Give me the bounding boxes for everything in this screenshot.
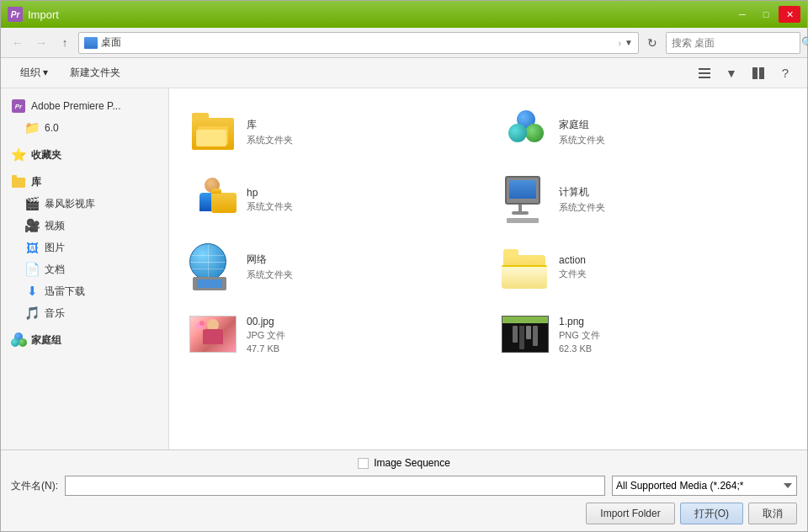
forward-button[interactable]: → (31, 33, 51, 53)
bottom-bar: Image Sequence 文件名(N): All Supported Med… (1, 450, 807, 531)
filename-row: 文件名(N): All Supported Media (*.264;* (11, 476, 797, 496)
address-separator: › (618, 38, 621, 48)
up-button[interactable]: ↑ (55, 33, 75, 53)
cancel-button[interactable]: 取消 (748, 503, 797, 524)
open-button[interactable]: 打开(O) (680, 503, 743, 524)
image-sequence-label: Image Sequence (374, 457, 450, 469)
filename-input[interactable] (65, 476, 605, 496)
svg-rect-10 (196, 130, 226, 146)
file-type-action: 文件夹 (559, 268, 587, 280)
library-file-icon (189, 109, 237, 156)
file-name-hp: hp (247, 187, 293, 199)
sidebar-music-label: 音乐 (45, 306, 65, 321)
file-info-00jpg: 00.jpg JPG 文件 47.7 KB (247, 316, 285, 354)
image-sequence-checkbox[interactable] (358, 458, 369, 469)
search-icon: 🔍 (801, 36, 808, 49)
file-name-homegroup: 家庭组 (559, 118, 605, 132)
jpg-file-icon (189, 311, 237, 358)
file-name-computer: 计算机 (559, 185, 605, 200)
file-type-00jpg: JPG 文件 (247, 329, 285, 342)
network-file-icon (189, 243, 237, 290)
button-row: Import Folder 打开(O) 取消 (11, 503, 797, 524)
filetype-select[interactable]: All Supported Media (*.264;* (612, 476, 797, 496)
svg-rect-5 (12, 178, 25, 188)
address-bar[interactable]: 桌面 › ▼ (78, 32, 639, 54)
svg-rect-1 (699, 72, 710, 74)
svg-rect-3 (752, 67, 758, 79)
file-item-hp[interactable]: hp 系统文件夹 (183, 169, 481, 230)
view-dropdown-button[interactable]: ▼ (720, 62, 743, 84)
file-type-network: 系统文件夹 (247, 269, 293, 281)
sidebar-homegroup-label: 家庭组 (31, 333, 61, 348)
view-pane-button[interactable] (747, 62, 770, 84)
sidebar-library-label: 库 (31, 175, 41, 189)
file-item-network[interactable]: 网络 系统文件夹 (183, 237, 481, 297)
file-info-network: 网络 系统文件夹 (247, 253, 293, 281)
app-icon: Pr (8, 7, 23, 22)
sidebar-item-favorites[interactable]: ⭐ 收藏夹 (1, 144, 168, 166)
toolbar: 组织 ▾ 新建文件夹 ▼ ? (1, 58, 807, 88)
search-input[interactable] (672, 37, 798, 49)
file-size-1png: 62.3 KB (559, 343, 600, 354)
svg-rect-6 (12, 175, 17, 178)
sidebar-item-library-header[interactable]: 库 (1, 171, 168, 193)
sidebar-item-picture[interactable]: 🖼 图片 (1, 237, 168, 258)
sidebar-item-60[interactable]: 📁 6.0 (1, 117, 168, 139)
view-details-button[interactable] (693, 62, 716, 84)
file-name-library: 库 (247, 118, 293, 132)
picture-icon: 🖼 (24, 240, 40, 255)
nav-bar: ← → ↑ 桌面 › ▼ ↻ 🔍 (1, 28, 807, 58)
sidebar-favorites-label: 收藏夹 (31, 148, 61, 162)
toolbar-right: ▼ ? (693, 62, 797, 84)
file-type-computer: 系统文件夹 (559, 201, 605, 214)
import-folder-button[interactable]: Import Folder (586, 503, 674, 524)
minimize-button[interactable]: ─ (731, 6, 753, 23)
refresh-button[interactable]: ↻ (642, 33, 662, 53)
address-folder-icon (84, 37, 98, 49)
sidebar-premiere-label: Adobe Premiere P... (31, 100, 121, 112)
file-item-computer[interactable]: 计算机 系统文件夹 (495, 169, 794, 230)
file-item-1png[interactable]: 1.png PNG 文件 62.3 KB (495, 304, 794, 364)
window-title: Import (28, 8, 59, 21)
library-header-icon (11, 174, 26, 189)
svg-rect-4 (759, 67, 764, 79)
svg-rect-2 (699, 77, 710, 78)
help-button[interactable]: ? (773, 62, 797, 84)
homegroup-file-icon (502, 109, 549, 156)
window-controls: ─ □ ✕ (731, 6, 800, 23)
file-info-1png: 1.png PNG 文件 62.3 KB (559, 316, 600, 354)
new-folder-button[interactable]: 新建文件夹 (61, 62, 130, 84)
back-button[interactable]: ← (8, 33, 28, 53)
document-icon: 📄 (24, 262, 40, 277)
file-grid: 库 系统文件夹 家庭组 系统文件夹 (183, 102, 794, 364)
close-button[interactable]: ✕ (779, 6, 800, 23)
sidebar: Pr Adobe Premiere P... 📁 6.0 ⭐ 收藏夹 (1, 88, 169, 450)
file-name-00jpg: 00.jpg (247, 316, 285, 327)
organize-button[interactable]: 组织 ▾ (11, 62, 57, 84)
address-dropdown-icon[interactable]: ▼ (625, 38, 633, 47)
file-type-homegroup: 系统文件夹 (559, 134, 605, 146)
image-sequence-row: Image Sequence (11, 457, 797, 469)
storm-video-icon: 🎬 (24, 196, 40, 211)
file-info-hp: hp 系统文件夹 (247, 187, 293, 213)
sidebar-storm-label: 暴风影视库 (45, 197, 95, 211)
sidebar-item-document[interactable]: 📄 文档 (1, 258, 168, 280)
file-item-library[interactable]: 库 系统文件夹 (183, 102, 481, 162)
sidebar-item-video[interactable]: 🎥 视频 (1, 215, 168, 237)
action-file-icon (502, 243, 549, 290)
file-item-homegroup[interactable]: 家庭组 系统文件夹 (495, 102, 794, 162)
file-name-network: 网络 (247, 253, 293, 267)
sidebar-item-thunder[interactable]: ⬇ 迅雷下载 (1, 280, 168, 302)
svg-rect-0 (699, 68, 710, 70)
file-name-action: action (559, 254, 587, 266)
file-item-00jpg[interactable]: 00.jpg JPG 文件 47.7 KB (183, 304, 481, 364)
sidebar-item-premiere[interactable]: Pr Adobe Premiere P... (1, 95, 168, 117)
file-item-action[interactable]: action 文件夹 (495, 237, 794, 297)
maximize-button[interactable]: □ (755, 6, 777, 23)
image-sequence-checkbox-wrap: Image Sequence (358, 457, 450, 469)
view-pane-icon (752, 66, 765, 80)
sidebar-item-storm-video[interactable]: 🎬 暴风影视库 (1, 193, 168, 215)
sidebar-item-music[interactable]: 🎵 音乐 (1, 302, 168, 324)
search-bar: 🔍 (666, 32, 800, 54)
sidebar-item-homegroup[interactable]: 家庭组 (1, 329, 168, 351)
